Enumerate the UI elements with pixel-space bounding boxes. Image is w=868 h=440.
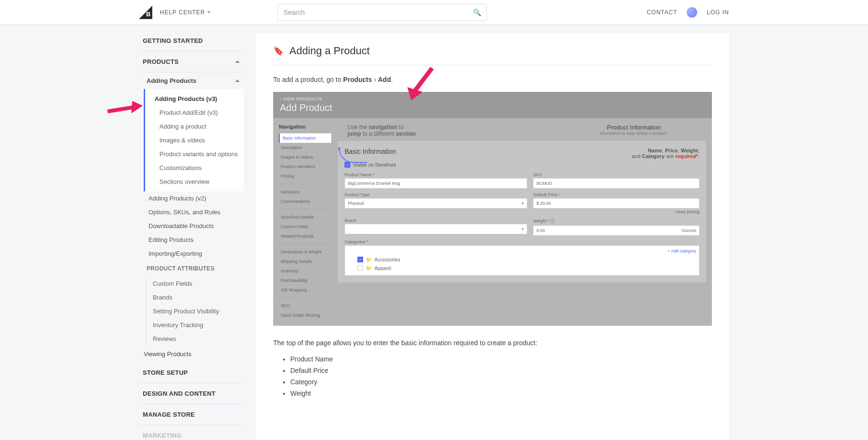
- ss-field-product-name: Product Name *BigCommerce Enamel Mug: [345, 172, 527, 189]
- sidebar-item-viewing-products[interactable]: Viewing Products: [139, 346, 244, 362]
- sidebar-section-manage-store[interactable]: MANAGE STORE: [139, 404, 244, 425]
- ss-cat-item: ✓📁Accessories: [348, 255, 696, 264]
- avatar-icon[interactable]: [687, 7, 697, 18]
- ss-nav-item: Gift Wrapping: [279, 285, 331, 295]
- help-center-label: HELP CENTER: [160, 9, 205, 16]
- divider: [279, 184, 331, 184]
- sidebar-item-adding-a-product[interactable]: Adding a product: [145, 120, 244, 133]
- cat-label: Apparel: [375, 266, 391, 271]
- sidebar-item-importing[interactable]: Importing/Exporting: [139, 247, 244, 260]
- search-icon[interactable]: 🔍: [473, 9, 481, 16]
- sidebar-section-design-content[interactable]: DESIGN AND CONTENT: [139, 383, 244, 404]
- ss-nav-item: Variations: [279, 187, 331, 197]
- sidebar-section-store-setup[interactable]: STORE SETUP: [139, 362, 244, 383]
- ss-nav-item: Inventory: [279, 266, 331, 276]
- article-title: Adding a Product: [289, 45, 370, 57]
- ss-nav-item: Pricing: [279, 171, 331, 181]
- ss-required-note: Name, Price, Weight, and Category are re…: [632, 148, 700, 159]
- help-center-link[interactable]: HELP CENTER: [160, 9, 211, 16]
- add-category-link: + Add category: [668, 249, 696, 253]
- sidebar-subsection-product-attributes: PRODUCT ATTRIBUTES: [139, 260, 244, 277]
- sidebar-item-images-videos[interactable]: Images & videos: [145, 133, 244, 147]
- sidebar-item-custom-fields[interactable]: Custom Fields: [146, 277, 244, 290]
- login-link[interactable]: LOG IN: [707, 9, 729, 16]
- ss-field-product-type: Product TypePhysical: [345, 192, 527, 214]
- hint-bold: jump: [347, 130, 361, 137]
- ss-nav-item: Basic Information: [279, 133, 331, 143]
- intro-text: .: [391, 76, 393, 83]
- ss-field-sku: SKUBCMUG: [533, 172, 700, 189]
- hint-text: Use the: [347, 124, 369, 130]
- contact-link[interactable]: CONTACT: [647, 9, 677, 16]
- article-intro: To add a product, go to Products › Add.: [273, 76, 712, 83]
- field-value: [345, 224, 527, 234]
- sidebar-item-customizations[interactable]: Customizations: [145, 161, 244, 175]
- search-wrap: 🔍: [277, 4, 487, 21]
- sidebar-section-marketing[interactable]: MARKETING: [139, 425, 244, 440]
- sidebar-item-sections-overview[interactable]: Sections overview: [145, 175, 244, 189]
- checkbox-unchecked-icon: [357, 265, 363, 271]
- header-right: CONTACT LOG IN: [647, 7, 729, 18]
- ss-pi-title: Product Information: [600, 124, 668, 131]
- ss-field-default-price: Default Price *$ 20.00› More pricing: [533, 192, 700, 214]
- screenshot: ‹ VIEW PRODUCTS Add Product Navigation B…: [273, 92, 712, 326]
- ss-header: ‹ VIEW PRODUCTS Add Product: [273, 92, 712, 118]
- field-value: 6.00Ounces: [533, 225, 700, 236]
- sidebar-item-editing[interactable]: Editing Products: [139, 233, 244, 247]
- sidebar-item-reviews[interactable]: Reviews: [146, 332, 244, 346]
- sidebar-item-adding-products-v3[interactable]: Adding Products (v3): [145, 92, 244, 106]
- ss-visible-checkbox: ✓Visible on Storefront: [345, 162, 700, 168]
- list-item: Product Name: [290, 353, 712, 365]
- article-below-text: The top of the page allows you to enter …: [273, 339, 712, 347]
- chevron-up-icon: [235, 60, 240, 63]
- ss-nav-item: Open Graph Sharing: [279, 310, 331, 320]
- sidebar-item-options-skus[interactable]: Options, SKUs, and Rules: [139, 205, 244, 219]
- sidebar-item-product-variants[interactable]: Product variants and options: [145, 147, 244, 161]
- field-label: Categories *: [345, 240, 700, 244]
- weight-unit: Ounces: [681, 228, 696, 233]
- ss-row: Brand Weight * ⓘ6.00Ounces: [345, 218, 700, 236]
- sidebar-section-label: PRODUCTS: [143, 58, 178, 65]
- req-text: .: [698, 153, 700, 159]
- sidebar-item-inventory[interactable]: Inventory Tracking: [146, 318, 244, 332]
- sidebar: GETTING STARTED PRODUCTS Adding Products…: [139, 25, 244, 440]
- list-item: Weight: [290, 388, 712, 399]
- hint-bold: section: [396, 130, 416, 137]
- cat-label: Accessories: [375, 257, 400, 262]
- sidebar-section-products[interactable]: PRODUCTS: [139, 51, 244, 72]
- sidebar-item-brands[interactable]: Brands: [146, 290, 244, 304]
- ss-nav-item: Related Products: [279, 231, 331, 241]
- article-title-row: 🔖 Adding a Product: [273, 45, 712, 65]
- req-text: are: [665, 153, 675, 159]
- ss-nav-item: Description: [279, 143, 331, 152]
- ss-field-weight: Weight * ⓘ6.00Ounces: [533, 218, 700, 236]
- ss-panel: Basic Information Name, Price, Weight, a…: [338, 141, 706, 282]
- annotation-arrow-icon: [104, 97, 147, 126]
- intro-bold: Add: [378, 76, 391, 83]
- ss-hint: Use the navigation to jump to a differen…: [338, 124, 417, 141]
- ss-body: Navigation Basic Information Description…: [273, 118, 712, 326]
- field-value: BigCommerce Enamel Mug: [345, 178, 527, 189]
- sidebar-item-adding-products-v2[interactable]: Adding Products (v2): [139, 191, 244, 205]
- bookmark-icon[interactable]: 🔖: [273, 46, 284, 56]
- ss-nav-item: SEO: [279, 301, 331, 310]
- page: GETTING STARTED PRODUCTS Adding Products…: [139, 25, 729, 440]
- req-text: Weight: [681, 148, 698, 153]
- hint-bold: navigation: [369, 124, 397, 130]
- ss-cat-item: 📁Apparel: [348, 264, 696, 272]
- field-value: $ 20.00: [533, 198, 700, 209]
- sidebar-item-product-add-edit[interactable]: Product Add/Edit (v3): [145, 106, 244, 120]
- folder-icon: 📁: [366, 257, 372, 262]
- divider: [279, 298, 331, 298]
- ss-nav-item: Product Identifiers: [279, 162, 331, 171]
- search-input[interactable]: [277, 4, 487, 21]
- sidebar-active-group: Adding Products (v3) Product Add/Edit (v…: [144, 89, 244, 191]
- sidebar-section-getting-started[interactable]: GETTING STARTED: [139, 30, 244, 51]
- more-pricing-link: › More pricing: [533, 210, 700, 214]
- logo-icon[interactable]: [139, 6, 152, 19]
- sidebar-item-adding-products[interactable]: Adding Products: [139, 72, 244, 89]
- folder-icon: 📁: [366, 266, 372, 271]
- checkbox-checked-icon: ✓: [345, 162, 350, 168]
- sidebar-item-visibility[interactable]: Setting Product Visibility: [146, 304, 244, 318]
- sidebar-item-downloadable[interactable]: Downloadable Products: [139, 219, 244, 233]
